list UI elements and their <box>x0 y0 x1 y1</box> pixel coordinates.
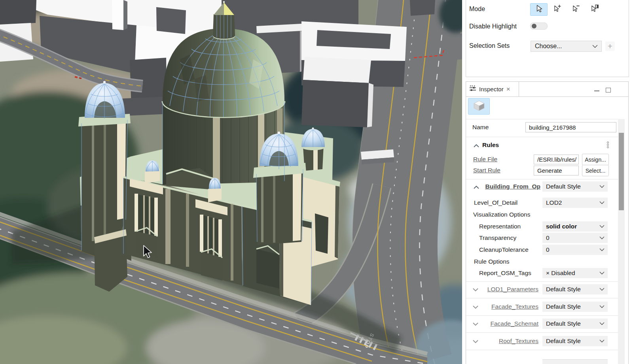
chevron-down-icon <box>599 322 605 325</box>
sliders-icon <box>469 85 476 93</box>
selection-tools-panel: Mode Disable Highlight Selection Sets Ch… <box>466 0 629 77</box>
level-of-detail-dropdown[interactable]: LOD2 <box>542 198 608 208</box>
maximize-icon[interactable] <box>606 88 611 92</box>
viewport-3d[interactable]: STOP <box>0 0 462 364</box>
assign-button[interactable]: Assign... <box>582 154 609 165</box>
inspector-panel: Inspector × Name building_2167988 Rules <box>466 81 629 364</box>
shape-type-button[interactable] <box>468 98 490 115</box>
report-osm-tags-label: Report_OSM_Tags <box>479 269 531 277</box>
building-from-op-style-dropdown[interactable]: Default Style <box>542 181 608 192</box>
facade-textures-style-dropdown[interactable]: Default Style <box>542 302 608 312</box>
level-of-detail-label: Level_Of_Detail <box>474 199 517 207</box>
partial-style-dropdown[interactable] <box>542 359 608 364</box>
selection-sets-label: Selection Sets <box>469 41 510 50</box>
rule-group-link-facade-textures[interactable]: Facade_Textures <box>478 303 538 311</box>
disable-highlight-label: Disable Highlight <box>469 22 517 31</box>
mode-select-button[interactable] <box>530 3 548 16</box>
kebab-menu-icon[interactable] <box>607 141 609 148</box>
cursor-add-icon <box>553 4 562 14</box>
transparency-dropdown[interactable]: 0 <box>542 233 608 243</box>
scrollbar-thumb[interactable] <box>619 133 624 210</box>
chevron-down-icon <box>599 248 605 251</box>
start-rule-link[interactable]: Start Rule <box>473 166 500 174</box>
name-label: Name <box>472 123 489 131</box>
transparency-label: Transparency <box>479 234 516 242</box>
rule-group-link-lod1-parameters[interactable]: LOD1_Parameters <box>478 285 538 293</box>
facade-schematic-style-dropdown[interactable]: Default Style <box>542 319 608 329</box>
rule-options-header: Rule Options <box>474 258 510 266</box>
tab-inspector[interactable]: Inspector × <box>466 82 519 96</box>
chevron-down-icon <box>599 288 605 291</box>
roof-textures-style-dropdown[interactable]: Default Style <box>542 336 608 346</box>
inspector-tabbar: Inspector × <box>466 82 628 97</box>
close-icon[interactable]: × <box>506 86 510 92</box>
report-osm-tags-dropdown[interactable]: × Disabled <box>542 268 608 278</box>
rule-group-link-facade-schematic[interactable]: Facade_Schemat <box>478 320 538 328</box>
cleanup-tolerance-label: CleanupTolerance <box>479 246 529 254</box>
cursor-select-icon <box>534 4 543 15</box>
start-rule-input[interactable]: Generate <box>534 166 579 175</box>
right-column: Mode Disable Highlight Selection Sets Ch… <box>462 0 633 364</box>
cursor-rect-icon <box>590 4 599 14</box>
disable-highlight-toggle[interactable] <box>530 23 548 30</box>
cube-icon <box>473 100 485 113</box>
mode-label: Mode <box>469 5 485 13</box>
cursor-remove-icon <box>572 4 580 14</box>
lod1-parameters-style-dropdown[interactable]: Default Style <box>542 284 608 294</box>
chevron-up-icon[interactable] <box>473 143 479 147</box>
minimize-icon[interactable] <box>594 91 599 91</box>
building-from-op-link[interactable]: Building_From_Op <box>478 183 540 190</box>
inspector-scrollbar[interactable] <box>618 119 625 364</box>
chevron-down-icon <box>599 185 605 188</box>
chevron-down-icon <box>599 272 605 275</box>
representation-dropdown[interactable]: solid color <box>542 221 608 232</box>
mode-new-select-button[interactable] <box>586 3 603 15</box>
cleanup-tolerance-dropdown[interactable]: 0 <box>542 245 608 255</box>
name-input[interactable]: building_2167988 <box>525 122 616 132</box>
chevron-down-icon <box>599 305 605 308</box>
selection-sets-dropdown[interactable]: Choose... <box>531 41 602 52</box>
select-button[interactable]: Select... <box>582 165 609 176</box>
add-selection-set-button[interactable]: + <box>605 41 615 51</box>
chevron-down-icon <box>599 339 605 343</box>
rule-file-link[interactable]: Rule File <box>473 155 497 163</box>
rules-section-header: Rules <box>482 141 499 149</box>
cityengine-window: STOP <box>0 0 633 364</box>
rule-group-link-roof-textures[interactable]: Roof_Textures <box>478 337 538 345</box>
chevron-down-icon <box>592 45 598 48</box>
mode-remove-select-button[interactable] <box>568 3 584 15</box>
tab-inspector-title: Inspector <box>479 86 504 92</box>
chevron-down-icon <box>599 225 605 228</box>
chevron-down-icon <box>599 201 605 204</box>
selection-sets-value: Choose... <box>535 43 562 50</box>
toggle-knob <box>532 24 536 28</box>
visualization-options-header: Visualization Options <box>473 211 530 219</box>
representation-label: Representation <box>479 223 521 230</box>
mode-add-select-button[interactable] <box>549 3 566 15</box>
rule-file-input[interactable]: /ESRI.lib/rules/ <box>534 155 579 164</box>
chevron-down-icon <box>599 236 605 240</box>
